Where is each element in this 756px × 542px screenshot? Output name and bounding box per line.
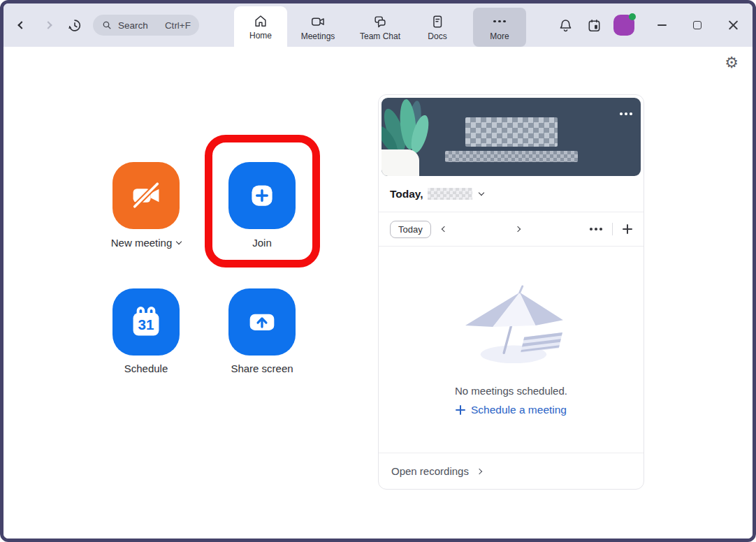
schedule-meeting-link[interactable]: Schedule a meeting	[456, 404, 567, 416]
tab-team-chat[interactable]: Team Chat	[349, 8, 412, 47]
chevron-down-icon[interactable]	[478, 190, 484, 196]
tab-label: Docs	[428, 31, 446, 41]
team-chat-icon	[372, 14, 388, 29]
tab-label: More	[490, 31, 509, 41]
next-day-button[interactable]	[515, 226, 521, 232]
search-input[interactable]: Search Ctrl+F	[93, 15, 199, 36]
maximize-button[interactable]	[689, 17, 706, 34]
join-label-row: Join	[203, 237, 321, 249]
calendar-toolbar: Today	[379, 212, 644, 247]
tab-label: Meetings	[301, 31, 335, 41]
settings-button[interactable]: ⚙	[725, 55, 739, 71]
schedule-label-row: Schedule	[87, 362, 205, 374]
video-off-icon	[128, 177, 164, 214]
new-meeting-label: New meeting	[111, 237, 173, 249]
share-screen-button[interactable]	[228, 288, 296, 356]
add-meeting-button[interactable]	[623, 224, 632, 234]
tab-docs[interactable]: Docs	[412, 8, 463, 47]
bell-icon	[558, 17, 574, 34]
titlebar: Search Ctrl+F Home Meetings	[3, 3, 753, 47]
search-shortcut: Ctrl+F	[165, 20, 191, 31]
search-placeholder: Search	[118, 20, 148, 31]
banner-card	[381, 98, 641, 176]
meetings-panel: Today, Today	[378, 94, 644, 490]
chevron-down-icon[interactable]	[176, 239, 182, 244]
share-screen-label: Share screen	[231, 362, 293, 374]
calendar-day-number: 31	[138, 316, 154, 332]
close-button[interactable]	[725, 17, 741, 34]
no-meetings-text: No meetings scheduled.	[455, 385, 567, 397]
join-button[interactable]	[228, 162, 296, 229]
avatar[interactable]	[613, 15, 634, 36]
tab-label: Team Chat	[360, 31, 400, 41]
join-label: Join	[252, 237, 272, 249]
minimize-icon	[657, 24, 667, 26]
schedule-button[interactable]: 31	[112, 288, 180, 356]
beach-umbrella-illustration	[453, 283, 570, 368]
prev-day-button[interactable]	[441, 226, 446, 232]
new-meeting-label-row[interactable]: New meeting	[87, 237, 205, 249]
schedule-calendar-icon: 31	[128, 304, 164, 340]
tab-label: Home	[249, 31, 272, 41]
redacted-time	[465, 117, 558, 147]
history-icon	[66, 17, 83, 34]
open-recordings-label: Open recordings	[391, 465, 469, 477]
minimize-button[interactable]	[653, 17, 670, 34]
new-meeting-button[interactable]	[112, 162, 180, 229]
meetings-icon	[310, 14, 326, 29]
chevron-right-icon	[477, 468, 482, 474]
empty-state: No meetings scheduled. Schedule a meetin…	[379, 247, 644, 453]
tab-home[interactable]: Home	[234, 6, 287, 47]
share-screen-label-row: Share screen	[203, 362, 321, 374]
presence-dot	[629, 13, 636, 20]
toolbar-more-button[interactable]	[590, 221, 602, 237]
chevron-left-icon	[17, 21, 25, 29]
schedule-meeting-label: Schedule a meeting	[471, 404, 567, 416]
open-recordings-row[interactable]: Open recordings	[379, 453, 644, 489]
today-prefix: Today,	[390, 188, 423, 200]
divider	[612, 223, 613, 235]
today-button[interactable]: Today	[390, 221, 431, 238]
forward-button[interactable]	[40, 17, 57, 34]
docs-icon	[430, 14, 445, 29]
home-content: ⚙ New meeting Join	[3, 47, 753, 539]
redacted-today-date	[428, 188, 472, 200]
plant-illustration	[381, 99, 439, 176]
home-icon	[253, 13, 268, 29]
zoom-app-window: Search Ctrl+F Home Meetings	[0, 0, 756, 542]
schedule-label: Schedule	[124, 362, 168, 374]
history-button[interactable]	[66, 17, 83, 34]
main-tabs: Home Meetings Team Chat	[234, 6, 526, 47]
ellipsis-icon	[493, 14, 506, 29]
notifications-button[interactable]	[557, 17, 574, 34]
redacted-date	[445, 151, 578, 162]
tab-meetings[interactable]: Meetings	[287, 8, 349, 47]
maximize-icon	[693, 21, 702, 29]
today-header[interactable]: Today,	[379, 176, 644, 212]
banner-more-button[interactable]	[620, 106, 632, 122]
search-icon	[101, 20, 112, 31]
share-screen-icon	[244, 304, 280, 340]
plus-icon	[456, 405, 465, 415]
tab-more[interactable]: More	[473, 8, 526, 47]
chevron-right-icon	[44, 21, 52, 29]
back-button[interactable]	[13, 17, 30, 34]
join-plus-icon	[244, 177, 280, 214]
calendar-button[interactable]	[586, 17, 602, 34]
calendar-icon	[586, 17, 602, 34]
close-icon	[728, 20, 739, 31]
